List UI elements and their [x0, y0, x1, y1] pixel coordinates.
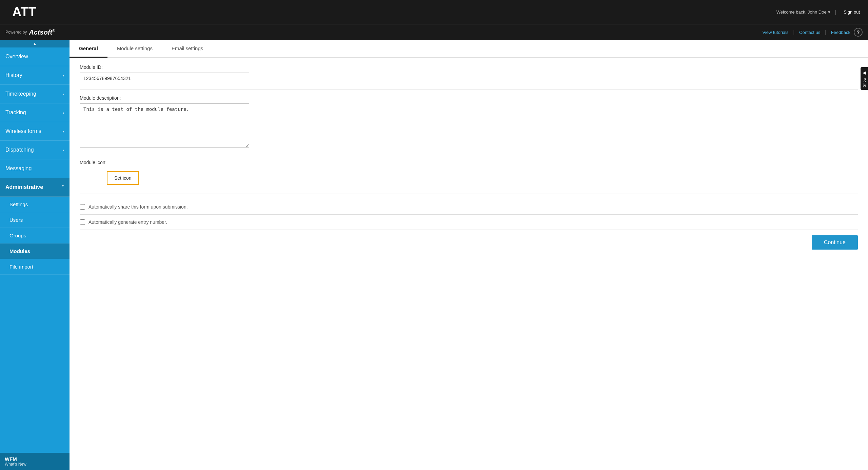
chevron-right-icon: › — [63, 129, 64, 134]
chevron-right-icon: › — [63, 73, 64, 78]
sidebar-item-administrative[interactable]: Administrative ˅ — [0, 178, 70, 197]
module-icon-label: Module icon: — [80, 160, 858, 165]
sidebar-footer-title: WFM — [5, 456, 65, 462]
show-panel-arrow-icon: ◀ — [863, 70, 866, 75]
show-panel-label: Show — [863, 77, 866, 87]
sidebar-item-messaging[interactable]: Messaging — [0, 159, 70, 178]
view-tutorials-button[interactable]: View tutorials — [762, 30, 788, 35]
form-footer: Continue — [80, 230, 858, 255]
sidebar-item-tracking[interactable]: Tracking › — [0, 103, 70, 122]
show-panel[interactable]: ◀ Show — [861, 67, 868, 90]
auto-entry-section: Automatically generate entry number. — [80, 215, 858, 230]
feedback-button[interactable]: Feedback — [831, 30, 850, 35]
sidebar-subitem-groups[interactable]: Groups — [0, 228, 70, 243]
sign-out-button[interactable]: Sign out — [841, 9, 863, 15]
sidebar-subitem-settings[interactable]: Settings — [0, 197, 70, 212]
tab-module-settings[interactable]: Module settings — [107, 40, 162, 58]
sidebar-footer-sub: What's New — [5, 462, 65, 467]
header-links: View tutorials | Contact us | Feedback ? — [762, 28, 863, 37]
module-description-section: Module description: This is a test of th… — [80, 95, 858, 154]
chevron-down-icon: ˅ — [62, 185, 64, 190]
module-id-section: Module ID: — [80, 64, 858, 90]
tabs-bar: General Module settings Email settings — [70, 40, 868, 58]
icon-preview — [80, 168, 100, 188]
chevron-right-icon: › — [63, 148, 64, 153]
chevron-right-icon: › — [63, 110, 64, 115]
auto-share-label: Automatically share this form upon submi… — [88, 204, 188, 210]
auto-share-checkbox[interactable] — [80, 204, 85, 210]
main-layout: ▲ Overview History › Timekeeping › Track… — [0, 40, 868, 470]
continue-button[interactable]: Continue — [812, 235, 858, 250]
module-description-textarea[interactable]: This is a test of the module feature. — [80, 103, 249, 148]
contact-us-button[interactable]: Contact us — [799, 30, 820, 35]
sidebar-subitem-users[interactable]: Users — [0, 212, 70, 228]
actsoft-logo: Actsoft® — [29, 28, 55, 36]
header-top: ATT Welcome back, John Doe ▾ | Sign out — [0, 0, 868, 24]
auto-entry-label: Automatically generate entry number. — [88, 219, 167, 225]
icon-section: Set icon — [80, 168, 858, 188]
auto-share-section: Automatically share this form upon submi… — [80, 199, 858, 215]
sidebar-subitem-modules[interactable]: Modules — [0, 243, 70, 259]
content-area: General Module settings Email settings M… — [70, 40, 868, 470]
sidebar-item-wireless-forms[interactable]: Wireless forms › — [0, 122, 70, 141]
chevron-right-icon: › — [63, 92, 64, 97]
module-id-label: Module ID: — [80, 64, 858, 70]
sidebar-subitem-file-import[interactable]: File import — [0, 259, 70, 275]
module-description-label: Module description: — [80, 95, 858, 101]
auto-entry-checkbox[interactable] — [80, 219, 85, 225]
module-icon-section: Module icon: Set icon — [80, 160, 858, 194]
sidebar-item-overview[interactable]: Overview — [0, 47, 70, 66]
powered-by: Powered by Actsoft® — [5, 28, 55, 36]
help-button[interactable]: ? — [854, 28, 863, 37]
form-content: Module ID: Module description: This is a… — [70, 58, 868, 470]
set-icon-button[interactable]: Set icon — [107, 171, 139, 185]
sidebar-scroll-up[interactable]: ▲ — [0, 40, 70, 47]
sidebar: ▲ Overview History › Timekeeping › Track… — [0, 40, 70, 470]
tab-general[interactable]: General — [70, 40, 107, 58]
sidebar-item-timekeeping[interactable]: Timekeeping › — [0, 85, 70, 103]
sidebar-item-dispatching[interactable]: Dispatching › — [0, 141, 70, 159]
app-logo: ATT — [5, 2, 43, 22]
tab-email-settings[interactable]: Email settings — [162, 40, 213, 58]
sidebar-item-history[interactable]: History › — [0, 66, 70, 85]
chevron-down-icon[interactable]: ▾ — [828, 9, 830, 15]
module-id-input[interactable] — [80, 73, 249, 84]
welcome-text: Welcome back, John Doe ▾ — [776, 9, 830, 15]
header-bottom: Powered by Actsoft® View tutorials | Con… — [0, 24, 868, 40]
header: ATT Welcome back, John Doe ▾ | Sign out … — [0, 0, 868, 40]
sidebar-footer: WFM What's New — [0, 453, 70, 470]
